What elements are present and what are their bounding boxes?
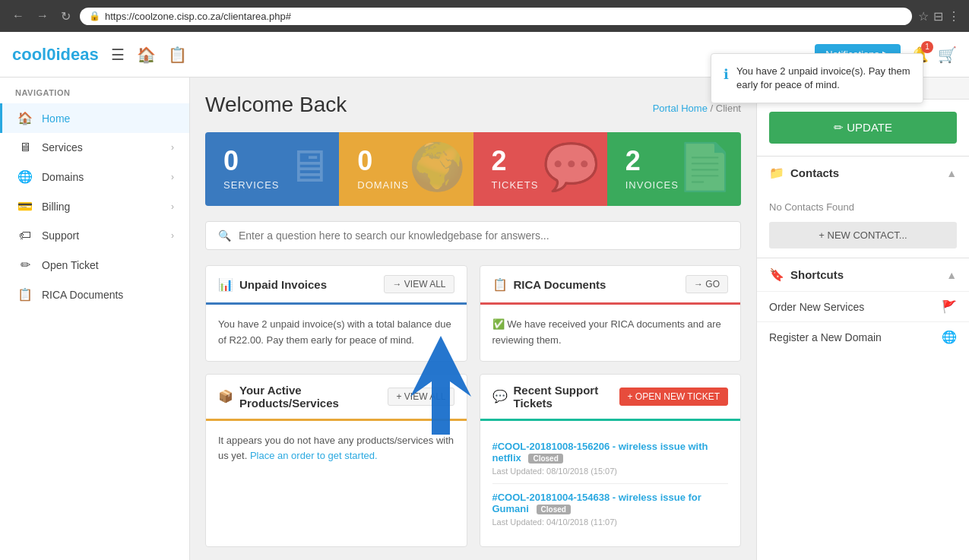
sidebar-item-domains[interactable]: 🌐 Domains › [0,162,189,191]
right-panel: ▲ ✏ UPDATE 📁 Contacts ▲ No Contacts Foun… [756,78,969,560]
ticket-2-badge: Closed [537,505,571,514]
stat-card-tickets[interactable]: 2 TICKETS 💬 [473,132,607,206]
stat-card-services[interactable]: 0 SERVICES 🖥 [205,132,339,206]
cart-icon[interactable]: 🛒 [938,46,957,64]
products-panel-icon: 📦 [218,389,233,403]
header-docs-icon[interactable]: 📋 [168,46,187,64]
sidebar-item-home[interactable]: 🏠 Home [0,103,189,133]
breadcrumb-row: Welcome Back Portal Home / Client [205,93,741,117]
active-products-text: It appears you do not have any products/… [218,433,454,465]
breadcrumb-separator: / [711,103,716,114]
refresh-button[interactable]: ↻ [58,6,74,27]
chevron-billing-icon: › [171,201,174,212]
order-services-icon: 🚩 [942,299,957,314]
view-all-invoices-button[interactable]: → VIEW ALL [384,275,454,293]
star-icon[interactable]: ☆ [918,9,929,24]
address-bar[interactable]: 🔒 https://coolzone.cisp.co.za/clientarea… [80,8,912,25]
shortcut-register-domain[interactable]: Register a New Domain 🌐 [757,321,969,352]
page-title: Welcome Back [205,93,347,117]
settings-icon[interactable]: ⊟ [933,9,943,24]
domains-icon: 🌐 [17,169,33,184]
contacts-icon: 📁 [769,166,784,180]
support-panel-icon: 💬 [492,389,508,403]
active-products-title: Your Active Products/Services [239,384,382,410]
chevron-services-icon: › [171,142,174,153]
browser-chrome: ← → ↻ 🔒 https://coolzone.cisp.co.za/clie… [0,0,969,32]
unpaid-invoices-header: 📊 Unpaid Invoices → VIEW ALL [206,266,467,305]
tickets-bg-icon: 💬 [543,140,600,194]
rica-go-button[interactable]: → GO [686,275,728,293]
hamburger-button[interactable]: ☰ [111,46,125,64]
new-contact-button[interactable]: + NEW CONTACT... [769,222,957,248]
domains-bg-icon: 🌍 [409,140,466,194]
stat-card-domains[interactable]: 0 DOMAINS 🌍 [339,132,473,206]
update-button[interactable]: ✏ UPDATE [769,112,957,144]
shortcut-order-services[interactable]: Order New Services 🚩 [757,291,969,321]
open-ticket-icon: ✏ [17,258,33,272]
sidebar-services-label: Services [42,141,83,153]
stats-row: 0 SERVICES 🖥 0 DOMAINS 🌍 2 TICKETS 💬 2 I… [205,132,741,206]
register-domain-label: Register a New Domain [769,331,882,343]
ticket-item-2: #COOL-20181004-154638 - wireless issue f… [492,484,729,534]
sidebar-item-open-ticket[interactable]: ✏ Open Ticket [0,250,189,280]
ticket-1-title: #COOL-20181008-156206 - wireless issue w… [492,441,729,464]
unpaid-invoices-title: Unpaid Invoices [239,278,327,291]
search-input[interactable] [239,229,728,242]
unpaid-invoices-text: You have 2 unpaid invoice(s) with a tota… [218,317,454,349]
invoices-bg-icon: 📄 [676,140,733,194]
active-products-header: 📦 Your Active Products/Services + VIEW A… [206,375,467,421]
sidebar-item-services[interactable]: 🖥 Services › [0,133,189,162]
shortcuts-title: Shortcuts [790,268,844,281]
tooltip-popup: ℹ You have 2 unpaid invoice(s). Pay them… [711,53,923,103]
support-title: Recent Support Tickets [514,384,613,410]
back-button[interactable]: ← [9,6,27,26]
lock-icon: 🔒 [89,11,100,21]
active-products-panel: 📦 Your Active Products/Services + VIEW A… [205,374,467,547]
rica-check-icon: ✅ [492,318,505,330]
place-order-link[interactable]: Place an order to get started. [250,450,378,461]
ticket-1-link[interactable]: #COOL-20181008-156206 - wireless issue w… [492,441,708,464]
shortcuts-header[interactable]: 🔖 Shortcuts ▲ [757,258,969,291]
stat-card-invoices[interactable]: 2 INVOICES 📄 [607,132,741,206]
ticket-1-date: Last Updated: 08/10/2018 (15:07) [492,467,729,476]
sidebar-home-label: Home [42,112,70,125]
ticket-1-badge: Closed [528,454,562,464]
no-contacts-text: No Contacts Found [769,198,957,222]
contacts-collapse-icon: ▲ [946,167,957,179]
ticket-item-1: #COOL-20181008-156206 - wireless issue w… [492,433,729,484]
unpaid-invoices-body: You have 2 unpaid invoice(s) with a tota… [206,305,467,361]
support-tickets-panel: 💬 Recent Support Tickets + OPEN NEW TICK… [480,374,742,547]
support-icon: 🏷 [17,229,33,242]
panels-grid: 📊 Unpaid Invoices → VIEW ALL You have 2 … [205,265,741,547]
ticket-2-title: #COOL-20181004-154638 - wireless issue f… [492,492,729,514]
sidebar-domains-label: Domains [42,171,84,183]
contacts-header[interactable]: 📁 Contacts ▲ [757,157,969,189]
open-new-ticket-button[interactable]: + OPEN NEW TICKET [619,388,728,406]
view-all-products-button[interactable]: + VIEW ALL [388,388,454,406]
contacts-section: 📁 Contacts ▲ No Contacts Found + NEW CON… [757,156,969,258]
sidebar-billing-label: Billing [42,201,70,213]
sidebar-item-billing[interactable]: 💳 Billing › [0,191,189,221]
billing-icon: 💳 [17,199,33,214]
logo-text: cool [12,45,46,64]
url-text: https://coolzone.cisp.co.za/clientarea.p… [105,11,291,22]
logo: cool0ideas [12,45,99,65]
rica-status-text: We have received your RICA documents and… [492,318,721,346]
sidebar-item-rica[interactable]: 📋 RICA Documents [0,280,189,309]
sidebar: NAVIGATION 🏠 Home 🖥 Services › 🌐 Domains… [0,78,190,560]
sidebar-item-support[interactable]: 🏷 Support › [0,221,189,250]
shortcuts-section: 🔖 Shortcuts ▲ Order New Services 🚩 Regis… [757,258,969,352]
header-home-icon[interactable]: 🏠 [137,46,156,64]
support-body: #COOL-20181008-156206 - wireless issue w… [480,421,741,546]
breadcrumb-home-link[interactable]: Portal Home [653,103,708,114]
menu-icon[interactable]: ⋮ [948,9,960,24]
rica-panel: 📋 RICA Documents → GO ✅ We have received… [480,265,742,362]
contacts-header-left: 📁 Contacts [769,166,839,180]
contacts-title: Contacts [790,166,839,179]
tooltip-text: You have 2 unpaid invoice(s). Pay them e… [736,65,910,92]
services-bg-icon: 🖥 [286,140,331,192]
ticket-2-link[interactable]: #COOL-20181004-154638 - wireless issue f… [492,492,701,514]
breadcrumb: Portal Home / Client [653,103,741,114]
forward-button[interactable]: → [33,6,52,26]
content-area: Welcome Back Portal Home / Client 0 SERV… [190,78,756,560]
